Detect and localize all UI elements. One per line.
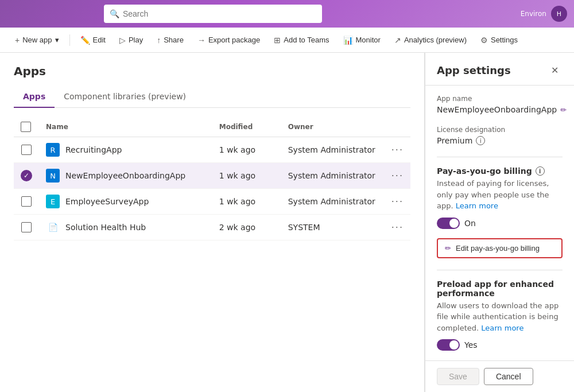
row-actions[interactable]: ··· <box>385 215 410 240</box>
search-box[interactable]: 🔍 <box>104 5 322 23</box>
license-value: Premium i <box>437 136 563 145</box>
separator-1 <box>69 34 70 46</box>
row-owner: SYSTEM <box>281 215 385 240</box>
license-info-icon[interactable]: i <box>476 136 485 145</box>
preload-section: Preload app for enhanced performance All… <box>437 280 563 351</box>
share-label: Share <box>164 36 184 44</box>
new-app-button[interactable]: + New app ▾ <box>9 32 65 48</box>
monitor-label: Monitor <box>356 36 381 44</box>
page-title: Apps <box>14 64 410 78</box>
license-label: License designation <box>437 126 563 134</box>
analytics-button[interactable]: ↗ Analytics (preview) <box>389 32 472 48</box>
divider-2 <box>437 270 563 270</box>
settings-footer: Save Cancel <box>425 360 574 392</box>
edit-button[interactable]: ✏️ Edit <box>75 32 111 48</box>
app-name[interactable]: NewEmployeeOnboardingApp <box>65 171 185 180</box>
add-to-teams-label: Add to Teams <box>284 36 329 44</box>
row-name-cell: 📄 Solution Health Hub <box>39 215 212 240</box>
col-header-check <box>14 117 39 137</box>
table-row[interactable]: E EmployeeSurveyApp 1 wk ago System Admi… <box>14 189 410 215</box>
row-actions[interactable]: ··· <box>385 163 410 189</box>
row-modified: 1 wk ago <box>212 163 281 189</box>
app-name-field: App name NewEmployeeOnboardingApp ✏ <box>437 95 563 114</box>
row-name-cell: N NewEmployeeOnboardingApp <box>39 163 212 189</box>
cancel-button[interactable]: Cancel <box>484 368 533 385</box>
payg-section: Pay-as-you-go billing i Instead of payin… <box>437 166 563 258</box>
edit-payg-button[interactable]: ✏ Edit pay-as-you-go billing <box>437 238 563 258</box>
app-name[interactable]: Solution Health Hub <box>65 223 146 232</box>
monitor-button[interactable]: 📊 Monitor <box>338 32 386 48</box>
apps-table: Name Modified Owner R RecruitingApp 1 wk… <box>14 117 410 240</box>
analytics-icon: ↗ <box>394 36 401 45</box>
preload-learn-more[interactable]: Learn more <box>481 324 523 332</box>
plus-icon: + <box>15 36 20 45</box>
share-button[interactable]: ↑ Share <box>151 32 189 48</box>
row-ellipsis-menu[interactable]: ··· <box>391 145 404 156</box>
payg-learn-more[interactable]: Learn more <box>456 201 498 210</box>
row-checkbox[interactable] <box>21 222 32 233</box>
row-owner: System Administrator <box>281 137 385 163</box>
table-row[interactable]: R RecruitingApp 1 wk ago System Administ… <box>14 137 410 163</box>
avatar[interactable]: H <box>551 6 567 22</box>
play-button[interactable]: ▷ Play <box>114 32 149 48</box>
export-label: Export package <box>208 36 260 44</box>
row-ellipsis-menu[interactable]: ··· <box>391 170 404 181</box>
payg-toggle-label: On <box>464 219 476 228</box>
preload-title: Preload app for enhanced performance <box>437 280 563 298</box>
preload-toggle-label: Yes <box>464 340 478 350</box>
close-button[interactable]: ✕ <box>546 62 563 78</box>
search-icon: 🔍 <box>110 9 119 18</box>
search-input[interactable] <box>123 9 316 18</box>
payg-info-icon[interactable]: i <box>536 166 545 176</box>
row-checkbox[interactable] <box>21 196 32 207</box>
top-bar-right: Environ H <box>521 6 567 22</box>
edit-icon: ✏️ <box>80 36 90 45</box>
settings-title: App settings <box>437 64 511 76</box>
row-modified: 1 wk ago <box>212 189 281 215</box>
tabs: Apps Component libraries (preview) <box>14 87 410 108</box>
monitor-icon: 📊 <box>343 36 353 45</box>
row-ellipsis-menu[interactable]: ··· <box>391 196 404 207</box>
preload-toggle-row: Yes <box>437 339 563 351</box>
apps-panel: Apps Apps Component libraries (preview) … <box>0 53 425 392</box>
save-button[interactable]: Save <box>437 368 479 385</box>
row-actions[interactable]: ··· <box>385 137 410 163</box>
row-name-cell: R RecruitingApp <box>39 137 212 163</box>
edit-payg-label: Edit pay-as-you-go billing <box>456 244 540 253</box>
table-row[interactable]: ✓ N NewEmployeeOnboardingApp 1 wk ago Sy… <box>14 163 410 189</box>
table-row[interactable]: 📄 Solution Health Hub 2 wk ago SYSTEM ··… <box>14 215 410 240</box>
settings-button[interactable]: ⚙ Settings <box>475 32 523 48</box>
env-name: Environ <box>521 10 546 18</box>
edit-payg-icon: ✏ <box>445 244 451 253</box>
share-icon: ↑ <box>157 36 161 45</box>
teams-icon: ⊞ <box>274 36 281 45</box>
new-app-label: New app <box>22 36 52 44</box>
row-ellipsis-menu[interactable]: ··· <box>391 222 404 233</box>
settings-icon: ⚙ <box>480 36 488 45</box>
tab-component-libraries[interactable]: Component libraries (preview) <box>55 87 195 108</box>
settings-body: App name NewEmployeeOnboardingApp ✏ Lice… <box>425 86 574 360</box>
row-owner: System Administrator <box>281 189 385 215</box>
app-name-edit-icon[interactable]: ✏ <box>560 106 567 114</box>
settings-panel: App settings ✕ App name NewEmployeeOnboa… <box>425 53 574 392</box>
payg-desc: Instead of paying for licenses, only pay… <box>437 178 563 212</box>
col-header-name: Name <box>39 117 212 137</box>
analytics-label: Analytics (preview) <box>404 36 467 44</box>
preload-toggle[interactable] <box>437 339 460 351</box>
app-icon: E <box>46 195 60 208</box>
tab-apps[interactable]: Apps <box>14 87 55 108</box>
play-icon: ▷ <box>119 36 126 45</box>
export-package-button[interactable]: → Export package <box>192 32 266 48</box>
row-check <box>14 189 39 215</box>
app-name-label: App name <box>437 95 563 103</box>
row-checkbox[interactable] <box>21 144 32 156</box>
row-check <box>14 137 39 163</box>
add-to-teams-button[interactable]: ⊞ Add to Teams <box>268 32 335 48</box>
app-name[interactable]: RecruitingApp <box>65 145 122 154</box>
toolbar: + New app ▾ ✏️ Edit ▷ Play ↑ Share → Exp… <box>0 28 574 53</box>
settings-label: Settings <box>491 36 518 44</box>
app-name[interactable]: EmployeeSurveyApp <box>65 197 149 206</box>
divider-1 <box>437 157 563 157</box>
payg-toggle[interactable] <box>437 218 460 229</box>
row-actions[interactable]: ··· <box>385 189 410 215</box>
